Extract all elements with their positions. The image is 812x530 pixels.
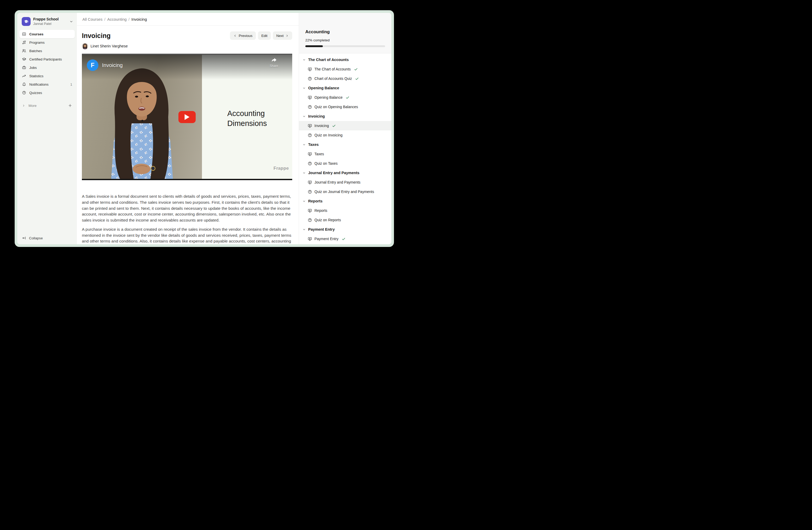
- quiz-icon: [308, 161, 312, 166]
- slide-title: Accounting Dimensions: [227, 108, 267, 128]
- completed-check-icon: [332, 124, 336, 128]
- quiz-icon: [308, 190, 312, 194]
- avatar: [82, 43, 88, 49]
- help-icon: [22, 90, 26, 95]
- main-area: All Courses / Accounting / Invoicing Inv…: [77, 13, 299, 244]
- outline-lesson-quiz-on-taxes[interactable]: Quiz on Taxes: [299, 159, 391, 168]
- video-player[interactable]: Accounting Dimensions Frappe F Invoicing: [82, 54, 292, 180]
- course-progress-fill: [305, 45, 323, 47]
- collapse-icon: [22, 236, 26, 240]
- sidebar-nav: Courses Programs Batches Certified Parti…: [19, 30, 75, 97]
- app-frame: Frappe School Jannat Patel Courses Progr…: [17, 13, 391, 244]
- breadcrumb-all-courses[interactable]: All Courses: [83, 17, 103, 22]
- frappe-school-logo: [22, 17, 31, 26]
- outline-lesson-invoicing[interactable]: Invoicing: [299, 121, 391, 130]
- collapse-sidebar-button[interactable]: Collapse: [19, 236, 75, 241]
- video-lesson-icon: [308, 180, 312, 185]
- chevron-down-icon: [302, 171, 306, 175]
- chevron-down-icon: [302, 143, 306, 147]
- quiz-icon: [308, 76, 312, 81]
- previous-button[interactable]: Previous: [230, 31, 256, 40]
- course-progress-header: Accounting 22% completed: [299, 13, 391, 53]
- outline-section-payment-entry[interactable]: Payment Entry: [299, 225, 391, 234]
- share-label: Share: [270, 64, 278, 68]
- course-progress-bar: [305, 45, 385, 47]
- briefcase-icon: [22, 66, 26, 70]
- paragraph: A purchase invoice is a document created…: [82, 226, 292, 244]
- video-lesson-icon: [308, 237, 312, 241]
- outline-lesson-taxes[interactable]: Taxes: [299, 149, 391, 159]
- video-slide: Accounting Dimensions Frappe: [202, 55, 292, 179]
- outline-section-opening-balance[interactable]: Opening Balance: [299, 83, 391, 93]
- page-title: Invoicing: [82, 32, 111, 40]
- workspace-name: Frappe School: [33, 17, 67, 22]
- app-window: Frappe School Jannat Patel Courses Progr…: [15, 10, 394, 247]
- chevron-right-icon: [286, 34, 289, 38]
- video-title[interactable]: Invoicing: [102, 62, 123, 68]
- collapse-label: Collapse: [29, 236, 43, 240]
- next-button[interactable]: Next: [273, 31, 292, 40]
- share-button[interactable]: Share: [270, 57, 278, 68]
- bell-icon: [22, 82, 26, 86]
- outline-section-reports[interactable]: Reports: [299, 196, 391, 206]
- plus-icon[interactable]: [68, 103, 72, 108]
- author-name: Linet Sherin Varghese: [90, 44, 128, 48]
- sidebar-item-statistics[interactable]: Statistics: [19, 72, 75, 80]
- frappe-watermark: Frappe: [274, 166, 289, 171]
- chevron-down-icon: [302, 86, 306, 90]
- quiz-icon: [308, 218, 312, 222]
- paragraph: A Sales invoice is a formal document sen…: [82, 194, 292, 223]
- outline-lesson-payment-entry[interactable]: Payment Entry: [299, 234, 391, 243]
- outline-lesson-reports[interactable]: Reports: [299, 206, 391, 215]
- outline-lesson-journal-entry-and-payments[interactable]: Journal Entry and Payments: [299, 178, 391, 187]
- sidebar-item-programs[interactable]: Programs: [19, 38, 75, 46]
- youtube-play-button[interactable]: [178, 111, 196, 123]
- sidebar-item-quizzes[interactable]: Quizzes: [19, 88, 75, 97]
- outline-section-invoicing[interactable]: Invoicing: [299, 112, 391, 121]
- sidebar-item-certified-participants[interactable]: Certified Participants: [19, 55, 75, 64]
- outline-lesson-quiz-on-reports[interactable]: Quiz on Reports: [299, 215, 391, 225]
- completed-check-icon: [342, 237, 346, 241]
- outline-lesson-quiz-on-journal-entry-and-payments[interactable]: Quiz on Journal Entry and Payments: [299, 187, 391, 196]
- book-open-icon: [22, 32, 26, 36]
- sidebar-more[interactable]: More: [19, 101, 75, 110]
- outline-section-taxes[interactable]: Taxes: [299, 140, 391, 149]
- frappe-video-logo[interactable]: F: [87, 59, 98, 71]
- more-label: More: [29, 104, 37, 108]
- quiz-icon: [308, 105, 312, 109]
- outline-lesson-quiz-on-opening-balances[interactable]: Quiz on Opening Balances: [299, 102, 391, 112]
- sidebar-item-batches[interactable]: Batches: [19, 46, 75, 55]
- outline-lesson-opening-balance[interactable]: Opening Balance: [299, 93, 391, 102]
- left-sidebar: Frappe School Jannat Patel Courses Progr…: [17, 13, 77, 244]
- outline-section-the-chart-of-accounts[interactable]: The Chart of Accounts: [299, 55, 391, 65]
- trend-icon: [22, 74, 26, 78]
- outline-lesson-quiz-on-invoicing[interactable]: Quiz on Invoicing: [299, 130, 391, 140]
- chevron-down-icon: [69, 20, 73, 24]
- workspace-switcher[interactable]: Frappe School Jannat Patel: [19, 17, 75, 26]
- outline-lesson-chart-of-accounts-quiz[interactable]: Chart of Accounts Quiz: [299, 74, 391, 83]
- breadcrumb: All Courses / Accounting / Invoicing: [77, 13, 299, 26]
- edit-button[interactable]: Edit: [258, 31, 271, 40]
- workspace-user: Jannat Patel: [33, 22, 67, 26]
- progress-label: 22% completed: [305, 38, 385, 42]
- video-lesson-icon: [308, 95, 312, 100]
- grad-cap-icon: [22, 57, 26, 61]
- sidebar-item-courses[interactable]: Courses: [19, 30, 75, 38]
- chevron-right-icon: [22, 104, 25, 107]
- sidebar-item-notifications[interactable]: Notifications 1: [19, 80, 75, 88]
- lesson-text: A Sales invoice is a formal document sen…: [82, 194, 292, 244]
- breadcrumb-accounting[interactable]: Accounting: [107, 17, 127, 22]
- video-lesson-icon: [308, 208, 312, 213]
- chevron-down-icon: [302, 115, 306, 118]
- completed-check-icon: [354, 67, 358, 71]
- chevron-left-icon: [233, 34, 237, 38]
- sidebar-item-jobs[interactable]: Jobs: [19, 64, 75, 72]
- chevron-down-icon: [302, 199, 306, 203]
- lesson-content: Invoicing Previous Edit Next: [77, 26, 299, 244]
- quiz-icon: [308, 133, 312, 138]
- completed-check-icon: [355, 77, 359, 81]
- completed-check-icon: [346, 96, 349, 99]
- outline-section-journal-entry-and-payments[interactable]: Journal Entry and Payments: [299, 168, 391, 178]
- course-title: Accounting: [305, 29, 385, 35]
- outline-lesson-the-chart-of-accounts[interactable]: The Chart of Accounts: [299, 65, 391, 74]
